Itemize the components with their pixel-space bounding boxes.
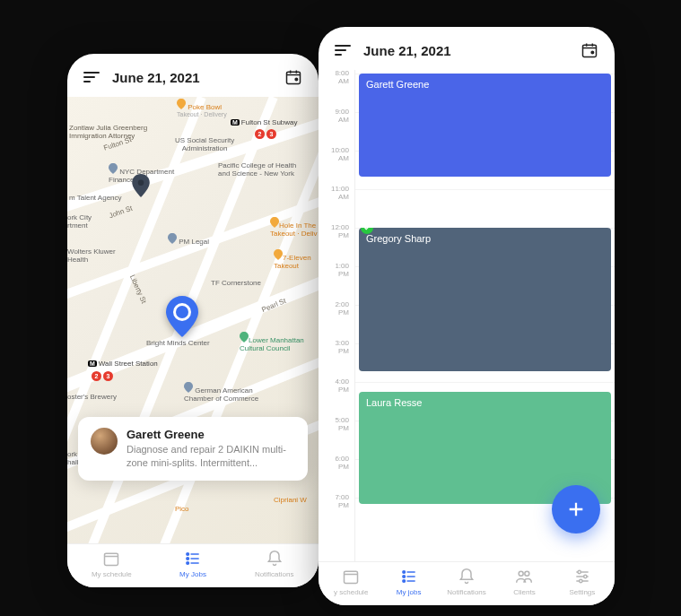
svg-rect-11 <box>345 571 358 583</box>
tabbar: My schedule My Jobs Notifications <box>67 543 319 587</box>
tab-label: My schedule <box>92 570 132 578</box>
time-label: 3:00PM <box>319 340 354 356</box>
svg-point-16 <box>525 571 529 576</box>
time-label: 2:00PM <box>319 301 354 317</box>
schedule-event[interactable]: Garett Greene <box>359 74 611 177</box>
map-label: Pico <box>175 505 189 513</box>
tab-my-jobs[interactable]: My Jobs <box>153 550 234 578</box>
svg-point-19 <box>579 579 581 582</box>
map-label-subway: MFulton St Subway <box>231 118 298 126</box>
tab-label: My jobs <box>397 588 422 596</box>
tab-label: y schedule <box>334 588 368 596</box>
map-label-subway: MWall Street Station <box>88 360 158 368</box>
map-pin-icon[interactable] <box>132 174 150 197</box>
time-label: 1:00PM <box>319 263 354 279</box>
svg-point-15 <box>519 571 524 576</box>
phone-map-view: June 21, 2021 Poke BowlTakeout · Deliver… <box>67 54 319 587</box>
time-label: 7:00PM <box>319 494 354 510</box>
map-label: Poke BowlTakeout · Delivery <box>177 99 227 117</box>
phone-schedule-view: June 21, 2021 8:00AM9:00AM10:00AM11:00AM… <box>319 27 615 605</box>
svg-rect-5 <box>105 553 118 565</box>
svg-point-7 <box>187 558 189 560</box>
subway-lines-icon: 23 <box>92 371 113 381</box>
job-card-description: Diagnose and repair 2 DAIKIN multi-zone … <box>127 443 295 470</box>
svg-rect-9 <box>583 45 597 56</box>
calendar-icon[interactable] <box>284 68 302 86</box>
map-label: ork hall <box>67 450 78 466</box>
time-label: 11:00AM <box>319 186 354 202</box>
map-label: Lower Manhattan Cultural Council <box>240 332 304 352</box>
tab-label: Notifications <box>447 588 486 596</box>
header-date: June 21, 2021 <box>363 43 568 58</box>
street-label: Liberty St <box>128 273 148 305</box>
add-button[interactable] <box>552 485 600 534</box>
map-label: m Talent Agency <box>69 194 122 202</box>
check-icon <box>361 228 373 234</box>
header-date: June 21, 2021 <box>112 70 272 85</box>
menu-icon[interactable] <box>83 72 100 82</box>
schedule-event[interactable]: Gregory Sharp <box>359 228 611 371</box>
svg-rect-0 <box>287 72 301 83</box>
tab-notifications[interactable]: Notifications <box>438 568 495 596</box>
tabbar: y schedule My jobs Notifications Clients… <box>319 561 615 605</box>
map-label: oster's Brewery <box>67 393 117 401</box>
map-label: Bright Minds Center <box>146 339 210 347</box>
map-label: 7-Eleven Takeout <box>274 249 311 270</box>
tab-clients[interactable]: Clients <box>495 568 553 596</box>
calendar-icon[interactable] <box>581 41 598 59</box>
svg-point-4 <box>176 306 188 318</box>
map-label: German American Chamber of Commerce <box>184 382 258 403</box>
tab-label: Clients <box>513 588 535 596</box>
svg-point-2 <box>138 180 144 187</box>
topbar: June 21, 2021 <box>319 27 615 70</box>
map-view[interactable]: Poke BowlTakeout · Delivery MFulton St S… <box>67 97 319 543</box>
time-label: 12:00PM <box>319 224 354 240</box>
time-label: 4:00PM <box>319 378 354 395</box>
map-label: TF Cornerstone <box>211 279 261 287</box>
map-label: Wolters Kluwer Health <box>67 247 116 264</box>
svg-point-14 <box>403 580 406 583</box>
map-label: Pacific College of Health and Science - … <box>218 161 296 178</box>
map-label: Zontlaw Julia Greenberg Immigration Atto… <box>69 124 147 140</box>
tab-notifications[interactable]: Notifications <box>233 550 315 578</box>
subway-lines-icon: 23 <box>255 129 276 139</box>
tab-my-schedule[interactable]: y schedule <box>322 568 380 596</box>
tab-label: Notifications <box>255 570 294 578</box>
svg-point-8 <box>187 562 189 565</box>
time-label: 10:00AM <box>319 147 354 163</box>
map-label: Cipriani W <box>274 496 307 504</box>
tab-settings[interactable]: Settings <box>554 568 611 596</box>
menu-icon[interactable] <box>335 45 351 56</box>
time-label: 8:00AM <box>319 70 354 86</box>
time-label: 5:00PM <box>319 417 354 433</box>
location-pin-icon[interactable] <box>166 296 198 337</box>
map-label: Hole In The Takeout · Deliv <box>270 217 317 238</box>
map-label: PM Legal <box>168 233 209 246</box>
svg-point-18 <box>583 575 586 577</box>
svg-point-10 <box>591 51 594 54</box>
job-card-name: Garett Greene <box>127 428 295 441</box>
svg-point-17 <box>578 570 581 573</box>
tab-my-schedule[interactable]: My schedule <box>71 550 153 578</box>
map-label: US Social Security Administration <box>175 136 234 152</box>
street-label: John St <box>108 204 134 221</box>
tab-my-jobs[interactable]: My jobs <box>380 568 437 596</box>
job-card[interactable]: Garett Greene Diagnose and repair 2 DAIK… <box>78 417 308 481</box>
svg-point-1 <box>295 78 298 81</box>
time-column: 8:00AM9:00AM10:00AM11:00AM12:00PM1:00PM2… <box>319 70 354 561</box>
svg-point-13 <box>403 576 406 578</box>
svg-point-12 <box>403 571 406 574</box>
svg-point-6 <box>187 553 189 556</box>
tab-label: Settings <box>569 588 595 596</box>
gridline <box>355 189 615 190</box>
time-label: 6:00PM <box>319 455 354 472</box>
time-label: 9:00AM <box>319 108 354 125</box>
map-label: ork City rtment <box>67 213 92 230</box>
avatar <box>91 428 118 455</box>
topbar: June 21, 2021 <box>67 54 319 97</box>
gridline <box>355 382 615 383</box>
tab-label: My Jobs <box>179 570 206 578</box>
